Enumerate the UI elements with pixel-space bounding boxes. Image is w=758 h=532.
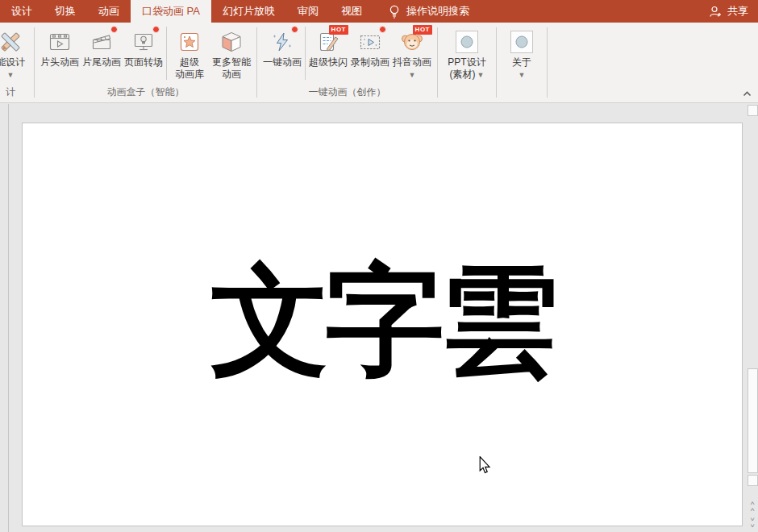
tab-pocket-animation[interactable]: 口袋动画 PA — [131, 0, 211, 23]
share-button[interactable]: 共享 — [699, 0, 758, 23]
monkey-face-icon: HOT — [398, 27, 426, 56]
more-smart-animation-button[interactable]: 更多智能动画 — [210, 24, 252, 81]
button-label: 抖音动画 — [393, 56, 431, 69]
inner-divider — [166, 27, 167, 80]
smart-design-button[interactable]: 能设计 ▼ — [0, 24, 31, 79]
circle-tile-icon — [508, 27, 535, 56]
group-ppt-design: PPT设计(素材)▼ — [439, 24, 494, 102]
red-dot-badge — [152, 26, 160, 33]
tab-animations[interactable]: 动画 — [87, 0, 131, 23]
button-label: 更多智能动画 — [212, 56, 251, 81]
outro-animation-button[interactable]: 片尾动画 — [81, 24, 123, 69]
cube-icon — [218, 27, 245, 56]
ribbon-tab-bar: 设计 切换 动画 口袋动画 PA 幻灯片放映 审阅 视图 操作说明搜索 共享 — [0, 0, 758, 23]
ppt-design-button[interactable]: PPT设计(素材)▼ — [442, 24, 492, 81]
monitor-bulb-icon — [130, 27, 157, 56]
button-label: 页面转场 — [124, 56, 163, 69]
button-label: 超级快闪 — [309, 56, 348, 69]
inner-divider — [305, 27, 306, 80]
circle-tile-icon — [453, 27, 481, 56]
scrollbar-up-button[interactable] — [748, 105, 758, 116]
super-flash-button[interactable]: HOT 超级快闪 — [307, 24, 349, 69]
notepad-pencil-icon: HOT — [314, 27, 342, 56]
group-one-click-animation: 一键动画 HOT 超级快闪 — [259, 24, 435, 102]
group-divider — [547, 27, 548, 98]
group-divider — [496, 27, 497, 98]
thumbnail-pane-edge[interactable] — [8, 104, 9, 532]
lightning-icon — [269, 27, 296, 56]
group-animation-box: 片头动画 片尾动画 — [36, 24, 255, 102]
slide-canvas[interactable]: 文字雲 — [22, 123, 743, 526]
clapperboard-icon — [88, 27, 115, 56]
chevron-down-icon: ▼ — [477, 71, 485, 79]
button-label: 一键动画 — [263, 56, 302, 69]
editing-workspace: 文字雲 ˄˄ ˅˅ — [0, 104, 758, 532]
group-label-animation-box: 动画盒子（智能） — [39, 84, 252, 102]
chevron-down-icon: ▼ — [409, 71, 416, 79]
group-about: 关于 ▼ — [498, 24, 545, 102]
red-dot-badge — [379, 26, 386, 33]
star-box-icon — [176, 27, 203, 56]
next-slide-button[interactable]: ˅˅ — [748, 517, 756, 530]
group-divider — [256, 27, 257, 98]
slide-title-text[interactable]: 文字雲 — [210, 260, 554, 380]
button-label: 片尾动画 — [82, 56, 121, 69]
tab-review[interactable]: 审阅 — [286, 0, 330, 23]
group-divider — [437, 27, 438, 98]
about-button[interactable]: 关于 ▼ — [501, 24, 543, 79]
button-label: 片头动画 — [40, 56, 79, 69]
crossed-pencils-icon — [0, 27, 24, 56]
chevron-down-icon: ▼ — [7, 71, 15, 79]
share-label: 共享 — [727, 4, 748, 19]
tab-design[interactable]: 设计 — [0, 0, 44, 23]
page-transition-button[interactable]: 页面转场 — [123, 24, 165, 69]
super-animation-library-button[interactable]: 超级动画库 — [169, 24, 210, 81]
group-label-clipped: 计 — [0, 84, 31, 102]
tab-transitions[interactable]: 切换 — [44, 0, 87, 23]
scrollbar-thumb[interactable] — [748, 368, 758, 473]
scrollbar-down-button[interactable] — [748, 475, 758, 486]
share-person-icon — [709, 5, 723, 19]
button-label: 录制动画 — [351, 56, 389, 69]
record-animation-button[interactable]: 录制动画 — [349, 24, 391, 69]
lightbulb-icon — [388, 4, 401, 19]
collapse-ribbon-button[interactable] — [740, 88, 753, 99]
chevron-down-icon: ▼ — [519, 71, 526, 79]
button-label: PPT设计(素材)▼ — [448, 56, 485, 81]
record-frame-icon — [356, 27, 384, 56]
group-smart-design: 能设计 ▼ 计 — [0, 24, 32, 102]
previous-slide-button[interactable]: ˄˄ — [748, 501, 756, 513]
one-click-animation-button[interactable]: 一键动画 — [261, 24, 303, 69]
tab-view[interactable]: 视图 — [330, 0, 373, 23]
red-dot-badge — [291, 26, 298, 33]
tell-me-search[interactable]: 操作说明搜索 — [380, 0, 477, 23]
intro-animation-button[interactable]: 片头动画 — [39, 24, 81, 69]
button-label: 超级动画库 — [175, 56, 204, 81]
ribbon: 能设计 ▼ 计 片头动画 — [0, 23, 758, 103]
red-dot-badge — [110, 26, 118, 33]
button-label: 关于 — [512, 56, 531, 69]
douyin-animation-button[interactable]: HOT 抖音动画 ▼ — [391, 24, 433, 79]
hot-badge: HOT — [329, 25, 348, 35]
group-label-one-click: 一键动画（创作） — [261, 84, 433, 102]
tab-slideshow[interactable]: 幻灯片放映 — [211, 0, 286, 23]
video-player-icon — [46, 27, 73, 56]
smart-design-label: 能设计 — [0, 56, 25, 69]
hot-badge: HOT — [413, 25, 432, 35]
group-divider — [34, 27, 35, 98]
tell-me-label: 操作说明搜索 — [406, 4, 469, 19]
